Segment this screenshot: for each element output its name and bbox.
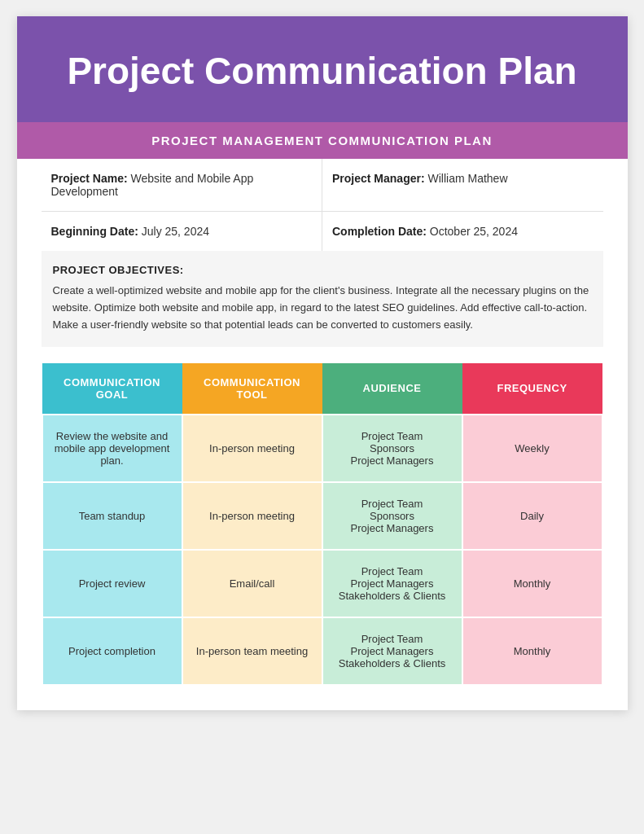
table-row: Review the website and mobile app develo… (42, 415, 602, 482)
th-tool: COMMUNICATION TOOL (182, 363, 322, 415)
row-1-audience: Project TeamSponsorsProject Managers (322, 482, 462, 550)
sub-banner-title: PROJECT MANAGEMENT COMMUNICATION PLAN (42, 134, 603, 147)
info-row-1: Project Name: Website and Mobile App Dev… (42, 159, 603, 212)
row-0-goal: Review the website and mobile app develo… (42, 415, 182, 482)
begin-date-cell: Beginning Date: July 25, 2024 (42, 212, 323, 251)
row-0-tool: In-person meeting (182, 415, 322, 482)
th-audience: AUDIENCE (322, 363, 462, 415)
info-row-2: Beginning Date: July 25, 2024 Completion… (42, 212, 603, 251)
row-3-frequency: Monthly (462, 617, 602, 685)
row-3-goal: Project completion (42, 617, 182, 685)
completion-date-label: Completion Date: (332, 225, 427, 238)
page-container: Project Communication Plan PROJECT MANAG… (17, 16, 628, 710)
table-row: Team standupIn-person meetingProject Tea… (42, 482, 602, 550)
project-name-cell: Project Name: Website and Mobile App Dev… (42, 159, 323, 211)
row-0-frequency: Weekly (462, 415, 602, 482)
row-2-tool: Email/call (182, 550, 322, 617)
th-frequency: FREQUENCY (462, 363, 602, 415)
page-title: Project Communication Plan (42, 49, 603, 94)
communication-table: COMMUNICATION GOAL COMMUNICATION TOOL AU… (42, 363, 603, 686)
objectives-section: PROJECT OBJECTIVES: Create a well-optimi… (42, 251, 603, 346)
row-3-audience: Project TeamProject ManagersStakeholders… (322, 617, 462, 685)
row-0-audience: Project TeamSponsorsProject Managers (322, 415, 462, 482)
table-header-row: COMMUNICATION GOAL COMMUNICATION TOOL AU… (42, 363, 602, 415)
header-banner: Project Communication Plan (17, 16, 628, 122)
sub-banner: PROJECT MANAGEMENT COMMUNICATION PLAN (17, 122, 628, 159)
project-manager-label: Project Manager: (332, 172, 425, 185)
row-2-frequency: Monthly (462, 550, 602, 617)
row-1-tool: In-person meeting (182, 482, 322, 550)
objectives-heading: PROJECT OBJECTIVES: (53, 264, 592, 276)
th-goal: COMMUNICATION GOAL (42, 363, 182, 415)
begin-date-value: July 25, 2024 (142, 225, 209, 238)
row-1-frequency: Daily (462, 482, 602, 550)
row-2-audience: Project TeamProject ManagersStakeholders… (322, 550, 462, 617)
project-name-label: Project Name: (51, 172, 128, 185)
table-row: Project completionIn-person team meeting… (42, 617, 602, 685)
objectives-text: Create a well-optimized website and mobi… (53, 283, 592, 333)
completion-date-cell: Completion Date: October 25, 2024 (322, 212, 603, 251)
begin-date-label: Beginning Date: (51, 225, 138, 238)
project-manager-value: William Mathew (427, 172, 507, 185)
completion-date-value: October 25, 2024 (430, 225, 518, 238)
project-manager-cell: Project Manager: William Mathew (322, 159, 603, 211)
info-section: Project Name: Website and Mobile App Dev… (17, 159, 628, 251)
row-1-goal: Team standup (42, 482, 182, 550)
row-2-goal: Project review (42, 550, 182, 617)
table-row: Project reviewEmail/callProject TeamProj… (42, 550, 602, 617)
table-section: COMMUNICATION GOAL COMMUNICATION TOOL AU… (42, 363, 603, 686)
row-3-tool: In-person team meeting (182, 617, 322, 685)
